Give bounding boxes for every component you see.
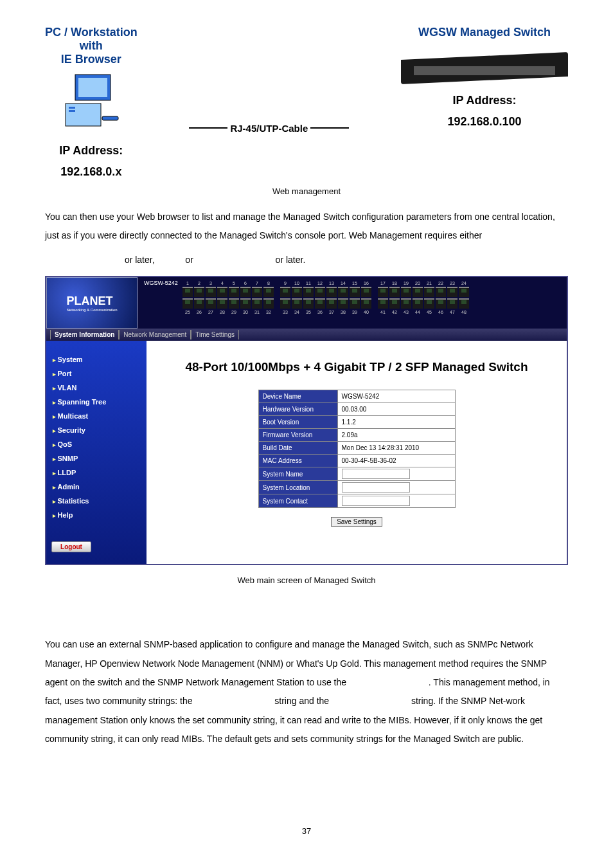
port-icon[interactable]	[378, 287, 388, 297]
port-icon[interactable]	[292, 287, 302, 297]
port-icon[interactable]	[240, 287, 251, 297]
sidebar-item-port[interactable]: Port	[51, 366, 141, 381]
port-icon[interactable]	[206, 298, 216, 309]
port-icon[interactable]	[436, 287, 446, 297]
port-icon[interactable]	[361, 287, 371, 297]
port-icon[interactable]	[263, 298, 274, 309]
logout-button[interactable]: Logout	[51, 541, 91, 552]
save-button[interactable]: Save Settings	[331, 517, 382, 527]
port-number: 25	[182, 310, 193, 314]
port-icon[interactable]	[182, 287, 193, 297]
info-value: WGSW-5242	[337, 390, 455, 403]
sidebar-item-qos[interactable]: QoS	[51, 437, 141, 451]
port-icon[interactable]	[424, 287, 434, 297]
port-icon[interactable]	[292, 298, 302, 309]
port-icon[interactable]	[413, 298, 423, 309]
port-icon[interactable]	[303, 298, 314, 309]
port-number: 29	[229, 310, 239, 314]
port-number: 42	[389, 310, 400, 314]
sidebar-item-lldp[interactable]: LLDP	[51, 466, 141, 480]
port-icon[interactable]	[459, 287, 469, 297]
port-icon[interactable]	[389, 298, 400, 309]
port-icon[interactable]	[206, 287, 216, 297]
port-icon[interactable]	[240, 298, 251, 309]
port-icon[interactable]	[303, 287, 314, 297]
port-icon[interactable]	[338, 287, 348, 297]
port-icon[interactable]	[263, 287, 274, 297]
system-location-input[interactable]	[342, 482, 410, 493]
port-icon[interactable]	[389, 287, 400, 297]
sidebar-item-admin[interactable]: Admin	[51, 480, 141, 494]
port-icon[interactable]	[315, 287, 325, 297]
port-number: 4	[217, 281, 227, 285]
sidebar-item-vlan[interactable]: VLAN	[51, 381, 141, 395]
port-icon[interactable]	[252, 287, 262, 297]
svg-rect-1	[78, 78, 107, 97]
port-icon[interactable]	[447, 298, 458, 309]
port-number: 1	[182, 281, 193, 285]
port-icon[interactable]	[194, 298, 204, 309]
sidebar-item-system[interactable]: System	[51, 352, 141, 366]
tab-system-information[interactable]: System Information	[50, 330, 119, 339]
port-icon[interactable]	[413, 287, 423, 297]
cable-label: RJ-45/UTP-Cable	[186, 123, 351, 134]
system-contact-input[interactable]	[342, 496, 410, 506]
port-icon[interactable]	[459, 298, 469, 309]
sidebar: SystemPortVLANSpanning TreeMulticastSecu…	[46, 341, 147, 564]
paragraph-snmp: You can use an external SNMP-based appli…	[45, 635, 568, 748]
port-icon[interactable]	[401, 298, 411, 309]
port-icon[interactable]	[229, 298, 239, 309]
sidebar-item-multicast[interactable]: Multicast	[51, 409, 141, 423]
svg-rect-4	[69, 110, 75, 112]
port-number: 9	[280, 281, 290, 285]
port-icon[interactable]	[436, 298, 446, 309]
port-icon[interactable]	[350, 287, 360, 297]
port-icon[interactable]	[315, 298, 325, 309]
port-icon[interactable]	[280, 298, 290, 309]
port-icon[interactable]	[447, 287, 458, 297]
port-icon[interactable]	[378, 298, 388, 309]
pc-ip-label: IP Address:	[45, 144, 138, 158]
port-icon[interactable]	[424, 298, 434, 309]
port-icon[interactable]	[252, 298, 262, 309]
info-key: System Contact	[258, 494, 337, 508]
port-number: 18	[389, 281, 400, 285]
port-icon[interactable]	[217, 298, 227, 309]
switch-ip-label: IP Address:	[401, 94, 568, 107]
port-icon[interactable]	[326, 298, 337, 309]
port-icon[interactable]	[338, 298, 348, 309]
info-key: System Name	[258, 467, 337, 481]
port-number: 44	[413, 310, 423, 314]
sidebar-item-spanning-tree[interactable]: Spanning Tree	[51, 395, 141, 409]
port-icon[interactable]	[361, 298, 371, 309]
port-icon[interactable]	[194, 287, 204, 297]
system-name-input[interactable]	[342, 469, 410, 479]
port-number: 28	[217, 310, 227, 314]
port-number: 41	[378, 310, 388, 314]
port-icon[interactable]	[326, 287, 337, 297]
info-value: 2.09a	[337, 429, 455, 442]
switch-block: WGSW Managed Switch IP Address: 192.168.…	[401, 26, 568, 129]
tab-time-settings[interactable]: Time Settings	[191, 330, 239, 339]
sidebar-item-snmp[interactable]: SNMP	[51, 451, 141, 466]
caption-web-main-screen: Web main screen of Managed Switch	[45, 575, 568, 585]
port-number: 31	[252, 310, 262, 314]
port-icon[interactable]	[401, 287, 411, 297]
port-icon[interactable]	[280, 287, 290, 297]
tab-network-management[interactable]: Network Management	[119, 330, 191, 339]
sidebar-item-statistics[interactable]: Statistics	[51, 494, 141, 508]
port-panel: WGSW-5242 123456789101112131415161718192…	[138, 277, 567, 329]
port-icon[interactable]	[350, 298, 360, 309]
model-label: WGSW-5242	[144, 280, 178, 286]
port-icon[interactable]	[217, 287, 227, 297]
pc-icon	[62, 71, 120, 129]
port-icon[interactable]	[229, 287, 239, 297]
info-value: 00.03.00	[337, 403, 455, 416]
port-icon[interactable]	[182, 298, 193, 309]
switch-ip: 192.168.0.100	[401, 115, 568, 129]
sidebar-item-security[interactable]: Security	[51, 423, 141, 437]
port-number: 27	[206, 310, 216, 314]
port-number: 24	[459, 281, 469, 285]
sidebar-item-help[interactable]: Help	[51, 508, 141, 522]
info-key: MAC Address	[258, 455, 337, 467]
